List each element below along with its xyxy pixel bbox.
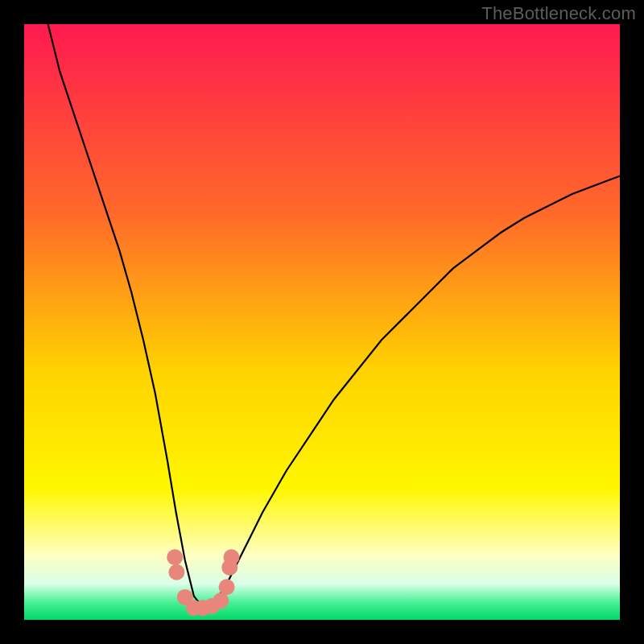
plot-background xyxy=(24,24,620,620)
marker-dot xyxy=(224,549,240,565)
marker-dot xyxy=(168,564,184,580)
chart-root: TheBottleneck.com xyxy=(0,0,644,644)
marker-dot xyxy=(219,579,235,595)
watermark-label: TheBottleneck.com xyxy=(481,3,636,24)
marker-dot xyxy=(167,549,183,565)
marker-dot xyxy=(213,592,229,609)
bottleneck-chart xyxy=(0,0,644,644)
